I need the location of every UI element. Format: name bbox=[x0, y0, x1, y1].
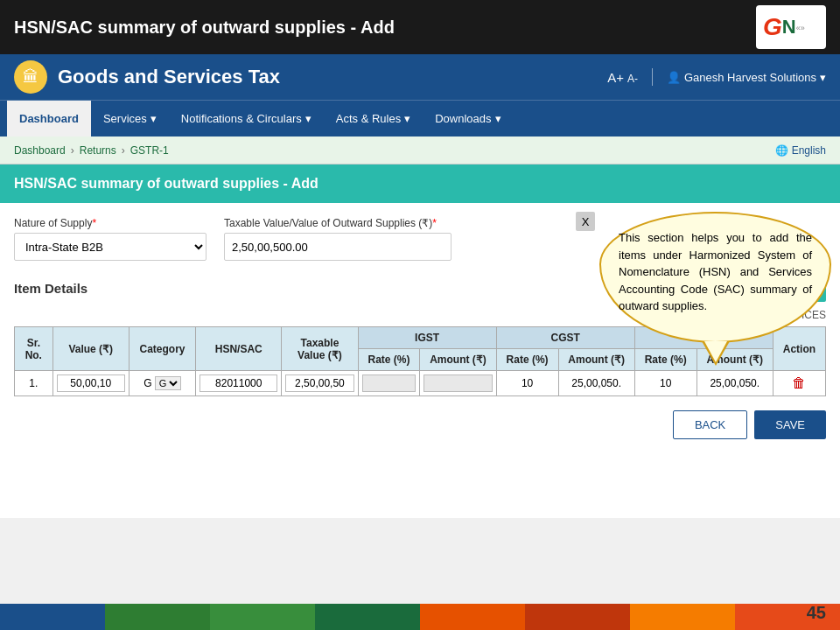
th-cgst-rate: Rate (%) bbox=[496, 349, 558, 371]
breadcrumb-bar: Dashboard › Returns › GSTR-1 🌐 English bbox=[0, 136, 840, 164]
site-name: Goods and Services Tax bbox=[58, 66, 280, 88]
breadcrumb-returns[interactable]: Returns bbox=[80, 144, 116, 157]
nav-notifications[interactable]: Notifications & Circulars ▾ bbox=[169, 101, 324, 136]
taxable-input[interactable] bbox=[224, 233, 452, 261]
nav-services[interactable]: Services ▾ bbox=[91, 101, 169, 136]
th-igst-rate: Rate (%) bbox=[358, 349, 420, 371]
bottom-bar bbox=[0, 604, 840, 630]
nav-dashboard[interactable]: Dashboard bbox=[7, 101, 91, 136]
back-button[interactable]: BACK bbox=[673, 410, 747, 439]
delete-button[interactable]: 🗑 bbox=[792, 375, 806, 391]
emblem: 🏛 bbox=[14, 60, 47, 94]
th-taxable: Taxable Value (₹) bbox=[282, 327, 358, 371]
cell-sr-no: 1. bbox=[15, 371, 53, 396]
segment-7 bbox=[630, 604, 735, 630]
save-button[interactable]: SAVE bbox=[754, 410, 826, 439]
nature-select[interactable]: Intra-State B2B bbox=[14, 233, 206, 261]
cell-igst-rate[interactable] bbox=[358, 371, 420, 396]
logo-box: G N «» bbox=[756, 5, 826, 49]
igst-amount-input[interactable] bbox=[424, 374, 492, 392]
th-cgst: CGST bbox=[496, 327, 634, 349]
cell-cgst-amount: 25,00,050. bbox=[558, 371, 634, 396]
segment-6 bbox=[525, 604, 630, 630]
nav-acts[interactable]: Acts & Rules ▾ bbox=[324, 101, 423, 136]
cell-cgst-rate: 10 bbox=[496, 371, 558, 396]
user-dropdown-icon: ▾ bbox=[820, 71, 826, 84]
table-row: 1. G G S bbox=[15, 371, 826, 396]
th-hsn-sac: HSN/SAC bbox=[196, 327, 282, 371]
logo-g: G bbox=[763, 13, 782, 41]
th-action: Action bbox=[773, 327, 825, 371]
igst-rate-input[interactable] bbox=[362, 374, 416, 392]
breadcrumb: Dashboard › Returns › GSTR-1 bbox=[14, 144, 169, 157]
header-bar: 🏛 Goods and Services Tax A+ A- 👤 Ganesh … bbox=[0, 54, 840, 100]
cell-sgst-rate: 10 bbox=[634, 371, 696, 396]
th-igst-amount: Amount (₹) bbox=[420, 349, 496, 371]
user-info[interactable]: 👤 Ganesh Harvest Solutions ▾ bbox=[667, 71, 826, 84]
nature-label: Nature of Supply* bbox=[14, 217, 206, 229]
th-value: Value (₹) bbox=[52, 327, 129, 371]
close-button[interactable]: X bbox=[576, 212, 595, 231]
logo-n: N bbox=[782, 16, 796, 38]
breadcrumb-gstr1[interactable]: GSTR-1 bbox=[130, 144, 169, 157]
font-plus[interactable]: A+ bbox=[607, 70, 624, 85]
chevron-down-icon: ▾ bbox=[495, 112, 501, 125]
th-category: Category bbox=[129, 327, 195, 371]
taxable-label: Taxable Value/Value of Outward Supplies … bbox=[224, 217, 452, 229]
nav-bar: Dashboard Services ▾ Notifications & Cir… bbox=[0, 100, 840, 136]
segment-2 bbox=[105, 604, 210, 630]
chevron-down-icon: ▾ bbox=[404, 112, 410, 125]
page-number: 45 bbox=[807, 603, 826, 623]
language-selector[interactable]: 🌐 English bbox=[775, 144, 826, 157]
segment-4 bbox=[315, 604, 420, 630]
breadcrumb-sep2: › bbox=[122, 144, 125, 157]
taxable-value-group: Taxable Value/Value of Outward Supplies … bbox=[224, 217, 452, 261]
cell-taxable[interactable] bbox=[282, 371, 358, 396]
content-area: This section helps you to add the items … bbox=[0, 203, 840, 518]
tooltip-arrow-inner bbox=[704, 341, 727, 362]
cell-action: 🗑 bbox=[773, 371, 825, 396]
taxable-row-input[interactable] bbox=[285, 374, 354, 392]
category-select[interactable]: G S bbox=[155, 376, 181, 390]
user-name: Ganesh Harvest Solutions bbox=[684, 71, 816, 84]
breadcrumb-dashboard[interactable]: Dashboard bbox=[14, 144, 66, 157]
th-sr-no: Sr. No. bbox=[15, 327, 53, 371]
globe-icon: 🌐 bbox=[775, 144, 788, 157]
nature-of-supply-group: Nature of Supply* Intra-State B2B bbox=[14, 217, 206, 261]
value-input[interactable] bbox=[57, 374, 125, 392]
cell-value[interactable] bbox=[52, 371, 129, 396]
font-minus[interactable]: A- bbox=[627, 73, 638, 85]
font-controls[interactable]: A+ A- bbox=[607, 70, 638, 85]
th-igst: IGST bbox=[358, 327, 496, 349]
header-right: A+ A- 👤 Ganesh Harvest Solutions ▾ bbox=[607, 68, 826, 86]
nav-downloads[interactable]: Downloads ▾ bbox=[423, 101, 513, 136]
item-details-title: Item Details bbox=[14, 281, 88, 296]
segment-5 bbox=[420, 604, 525, 630]
cell-category[interactable]: G G S bbox=[129, 371, 195, 396]
user-icon: 👤 bbox=[667, 71, 681, 84]
action-row: BACK SAVE bbox=[14, 410, 826, 439]
page-title: HSN/SAC summary of outward supplies - Ad… bbox=[14, 18, 395, 38]
tooltip-bubble: This section helps you to add the items … bbox=[599, 212, 831, 343]
segment-3 bbox=[210, 604, 315, 630]
cell-igst-amount[interactable] bbox=[420, 371, 496, 396]
page-header: HSN/SAC summary of outward supplies - Ad… bbox=[0, 164, 840, 203]
segment-1 bbox=[0, 604, 105, 630]
cell-hsn[interactable] bbox=[196, 371, 282, 396]
logo-arrows: «» bbox=[796, 24, 805, 32]
chevron-down-icon: ▾ bbox=[150, 112, 157, 125]
top-bar: HSN/SAC summary of outward supplies - Ad… bbox=[0, 0, 840, 54]
hsn-input[interactable] bbox=[200, 374, 277, 392]
breadcrumb-sep1: › bbox=[71, 144, 74, 157]
th-cgst-amount: Amount (₹) bbox=[558, 349, 634, 371]
cell-sgst-amount: 25,00,050. bbox=[696, 371, 773, 396]
header-left: 🏛 Goods and Services Tax bbox=[14, 60, 280, 94]
th-sgst-rate: Rate (%) bbox=[634, 349, 696, 371]
chevron-down-icon: ▾ bbox=[305, 112, 312, 125]
tooltip-text: This section helps you to add the items … bbox=[619, 231, 812, 312]
divider bbox=[652, 68, 653, 86]
